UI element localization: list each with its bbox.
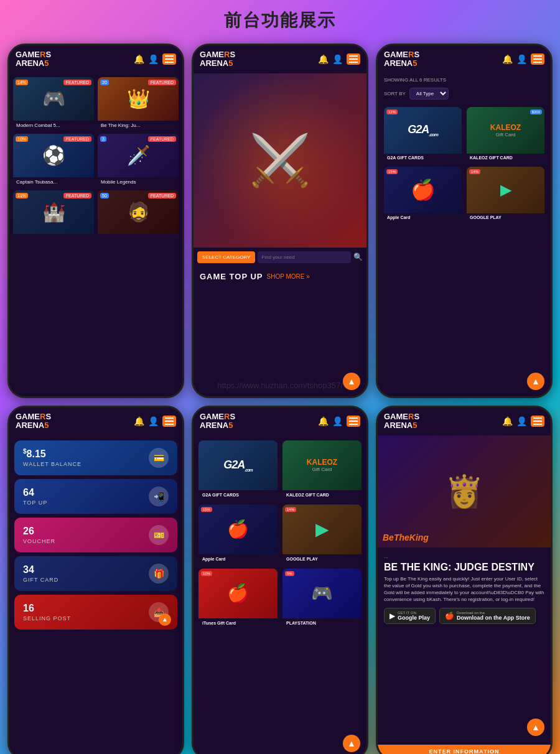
game-card-mobile[interactable]: 🗡️ 3 FEATURED Mobile Legends	[98, 134, 179, 187]
scroll-up-btn-2[interactable]: ▲	[343, 373, 360, 390]
sort-select-3[interactable]: All Type	[409, 88, 449, 100]
badge-featured-captain: FEATURED	[63, 136, 91, 142]
game-detail-content: ... BE THE KING: JUDGE DESTINY Top up Be…	[378, 547, 551, 631]
game-card-king[interactable]: 👑 20 FEATURED Be The King: Ju...	[98, 77, 179, 130]
shop-card-apple[interactable]: 15% 🍎 Apple Card	[198, 505, 278, 564]
logo-2: GAMERS ARENA5	[200, 50, 235, 68]
wallet-label-giftcard: GIFT CARD	[23, 577, 58, 583]
wallet-label-selling: SELLING POST	[23, 615, 71, 621]
shop-title-itunes: iTunes Gift Card	[198, 618, 278, 628]
badge-num-t2: 50	[100, 193, 109, 198]
phone-3: GAMERS ARENA5 🔔 👤 SHOWING ALL 6 RESULTS …	[376, 44, 553, 398]
logo-3: GAMERS ARENA5	[384, 50, 419, 68]
wallet-section: $8.15 WALLET BALANCE 💳 64 TOP UP 📲	[9, 435, 182, 635]
phone-6: GAMERS ARENA5 🔔 👤 👸 BeTheKing ... BE THE…	[376, 406, 553, 754]
user-icon-4[interactable]: 👤	[148, 416, 159, 426]
wallet-icon-topup: 📲	[149, 486, 169, 506]
detail-game-icon: 👸	[445, 473, 483, 510]
search-bar-2: SELECT CATEGORY 🔍	[194, 248, 366, 267]
menu-btn-3[interactable]	[531, 54, 544, 65]
wallet-icon-voucher: 🎫	[149, 525, 169, 545]
gift-card-kaleoz[interactable]: $200 KALEOZ Gift Card KALEOZ GIFT CARD	[467, 107, 544, 162]
badge-featured-t2: FEATURED	[148, 193, 176, 198]
bell-icon-2[interactable]: 🔔	[318, 54, 329, 64]
shop-card-playstation[interactable]: 5% 🎮 PLAYSTATION	[282, 569, 362, 628]
user-icon-6[interactable]: 👤	[516, 416, 527, 426]
app-header-2: GAMERS ARENA5 🔔 👤	[194, 45, 366, 73]
app-header-4: GAMERS ARENA5 🔔 👤	[9, 407, 182, 435]
user-icon-2[interactable]: 👤	[332, 54, 343, 64]
badge-google-5: 14%	[285, 507, 296, 512]
badge-featured-king: FEATURED	[148, 80, 176, 85]
category-btn-2[interactable]: SELECT CATEGORY	[197, 251, 255, 263]
menu-btn-5[interactable]	[347, 416, 360, 427]
phone-2: GAMERS ARENA5 🔔 👤 ⚔️ SELECT CATEGORY	[192, 44, 368, 398]
user-icon-1[interactable]: 👤	[148, 54, 159, 64]
scroll-up-btn-5[interactable]: ▲	[343, 735, 360, 752]
badge-pct-apple: 15%	[386, 169, 398, 174]
game-card-t1[interactable]: 🏰 11% FEATURED	[13, 190, 94, 238]
badge-pct-captain: 10%	[16, 136, 28, 142]
gift-card-apple[interactable]: 15% 🍎 Apple Card	[384, 167, 462, 221]
menu-btn-4[interactable]	[162, 416, 176, 427]
shop-card-kaleoz[interactable]: KALEOZ Gift Card KALEOZ GIFT CARD	[282, 440, 362, 500]
menu-btn-6[interactable]	[531, 416, 544, 427]
shop-title-apple: Apple Card	[198, 554, 278, 564]
badge-pct-g2a: 12%	[386, 109, 398, 114]
scroll-up-btn-6[interactable]: ▲	[527, 719, 544, 736]
gift-title-google: GOOGLE PLAY	[467, 213, 544, 221]
game-card-mc[interactable]: 🎮 14% FEATURED Modern Combat 5...	[13, 77, 94, 130]
badge-featured-mc: FEATURED	[63, 80, 91, 85]
gift-card-google[interactable]: 14% ▶ GOOGLE PLAY	[467, 167, 544, 221]
sort-label-3: SORT BY	[384, 91, 406, 96]
logo-6: GAMERS ARENA5	[384, 412, 419, 431]
wallet-label-balance: WALLET BALANCE	[23, 461, 82, 467]
scroll-up-wallet[interactable]: ▲	[159, 613, 171, 626]
google-play-badge[interactable]: ▶ GET IT ON Google Play	[384, 608, 436, 624]
bell-icon-4[interactable]: 🔔	[134, 416, 144, 426]
wallet-card-giftcard[interactable]: 34 GIFT CARD 🎁	[14, 556, 177, 591]
game-title-t2	[98, 234, 179, 238]
game-title-mobile: Mobile Legends	[98, 177, 179, 187]
topup-label: GAME TOP UP	[200, 272, 263, 281]
shop-card-google[interactable]: 14% ▶ GOOGLE PLAY	[282, 505, 362, 564]
game-title-captain: Captain Tsubasa...	[13, 177, 94, 187]
badge-pct-t1: 11%	[16, 193, 28, 198]
gift-card-g2a[interactable]: 12% G2A.com G2A GIFT CARDS	[384, 107, 462, 162]
user-icon-3[interactable]: 👤	[516, 54, 527, 64]
menu-btn-2[interactable]	[347, 54, 360, 65]
user-icon-5[interactable]: 👤	[332, 416, 343, 426]
app-store-badge[interactable]: 🍎 Download on the Download on the App St…	[439, 608, 536, 624]
app-header-1: GAMERS ARENA5 🔔 👤	[9, 45, 182, 73]
badge-apple-5: 15%	[201, 507, 212, 512]
search-btn-2[interactable]: 🔍	[353, 253, 363, 261]
shop-card-itunes[interactable]: 10% 🍎 iTunes Gift Card	[198, 569, 278, 628]
search-input-2[interactable]	[258, 251, 351, 263]
wallet-amount-selling: 16	[23, 603, 71, 614]
game-card-t2[interactable]: 🧔 50 FEATURED	[98, 190, 179, 238]
apple-icon: 🍎	[445, 612, 454, 620]
shop-more-link[interactable]: SHOP MORE »	[267, 273, 310, 280]
wallet-card-topup[interactable]: 64 TOP UP 📲	[14, 479, 177, 514]
badge-pct-google: 14%	[469, 169, 480, 174]
wallet-amount-topup: 64	[23, 487, 47, 498]
shop-card-g2a[interactable]: G2A.com G2A GIFT CARDS	[198, 440, 278, 500]
wallet-card-balance: $8.15 WALLET BALANCE 💳	[14, 440, 177, 475]
menu-btn-1[interactable]	[162, 54, 176, 65]
bell-icon-1[interactable]: 🔔	[134, 54, 144, 64]
hero-banner-2: ⚔️	[194, 73, 366, 248]
store-badges: ▶ GET IT ON Google Play 🍎 Download on th…	[384, 608, 544, 624]
game-card-captain[interactable]: ⚽ 10% FEATURED Captain Tsubasa...	[13, 134, 94, 187]
bell-icon-5[interactable]: 🔔	[318, 416, 329, 426]
bell-icon-3[interactable]: 🔔	[502, 54, 513, 64]
scroll-up-btn-3[interactable]: ▲	[527, 373, 544, 390]
game-detail-banner: 👸 BeTheKing	[378, 435, 551, 547]
gift-title-kaleoz: KALEOZ GIFT CARD	[467, 154, 544, 162]
shop-title-g2a: G2A GIFT CARDS	[198, 490, 278, 500]
bell-icon-6[interactable]: 🔔	[502, 416, 513, 426]
wallet-card-voucher[interactable]: 26 VOUCHER 🎫	[14, 518, 177, 552]
enter-info-bar[interactable]: ENTER INFORMATION	[378, 745, 551, 754]
shop-title-playstation: PLAYSTATION	[282, 618, 362, 628]
badge-price-kaleoz: $200	[530, 109, 542, 114]
wallet-card-selling[interactable]: 16 SELLING POST 📤 ▲	[14, 595, 177, 630]
